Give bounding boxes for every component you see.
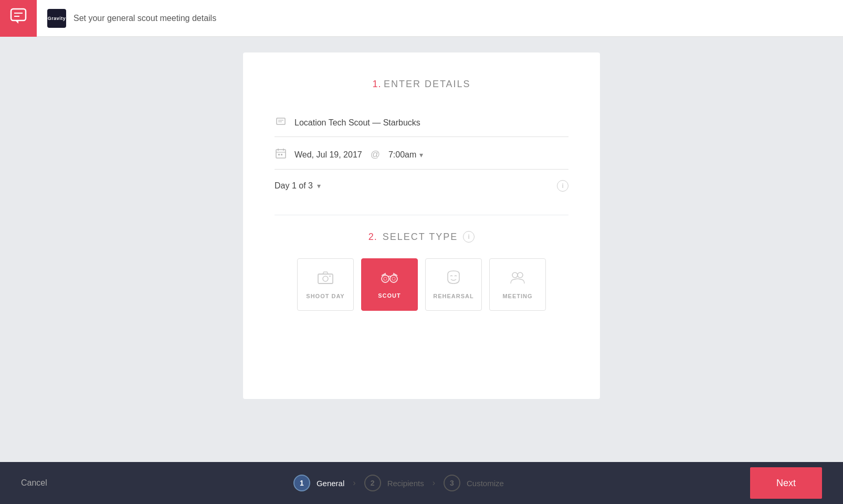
svg-point-20	[512, 272, 518, 278]
section1-number: 1.	[372, 79, 381, 89]
day-info-icon[interactable]: i	[557, 180, 568, 192]
mask-icon	[446, 270, 461, 288]
header-title: Set your general scout meeting details	[73, 14, 216, 23]
cancel-button[interactable]: Cancel	[21, 478, 47, 488]
shoot-day-label: SHOOT DAY	[306, 293, 344, 299]
camera-icon	[317, 270, 334, 288]
text-icon	[275, 116, 287, 129]
type-card-rehearsal[interactable]: REHEARSAL	[425, 258, 482, 311]
svg-rect-11	[278, 154, 280, 155]
arrow-1-icon: ›	[353, 478, 355, 488]
type-card-scout[interactable]: SCOUT	[361, 258, 418, 311]
header: Gravity Set your general scout meeting d…	[0, 0, 843, 37]
step-1-number: 1	[300, 479, 304, 487]
section2-header: 2. SELECT TYPE i	[275, 231, 568, 243]
step-1-label: General	[317, 479, 344, 488]
day-row[interactable]: Day 1 of 3 ▾ i	[275, 173, 568, 199]
arrow-2-icon: ›	[433, 478, 435, 488]
meeting-icon	[510, 270, 525, 288]
meeting-name-value: Location Tech Scout — Starbucks	[294, 118, 568, 128]
step-2-label: Recipients	[387, 479, 424, 488]
chat-icon	[10, 8, 27, 28]
footer: Cancel 1 General › 2 Recipients › 3 Cust…	[0, 462, 843, 504]
type-info-icon[interactable]: i	[463, 231, 475, 243]
date-time-row: Wed, Jul 19, 2017 @ 7:00am ▾	[294, 149, 423, 160]
main-content: 1. ENTER DETAILS Location Tech Scout — S…	[0, 37, 843, 462]
rehearsal-label: REHEARSAL	[433, 293, 473, 299]
date-value: Wed, Jul 19, 2017	[294, 150, 362, 160]
day-value: Day 1 of 3	[275, 181, 313, 191]
svg-point-21	[518, 272, 523, 278]
type-card-shoot-day[interactable]: SHOOT DAY	[297, 258, 354, 311]
svg-point-19	[392, 277, 395, 280]
svg-rect-15	[329, 276, 331, 277]
time-value: 7:00am	[388, 150, 416, 160]
section1-title: ENTER DETAILS	[384, 79, 471, 89]
calendar-icon	[275, 148, 287, 162]
time-chevron-icon: ▾	[419, 151, 423, 159]
next-button[interactable]: Next	[750, 467, 822, 499]
brand-label: Gravity	[48, 16, 66, 21]
section2-number: 2.	[368, 232, 377, 243]
svg-rect-0	[11, 9, 26, 20]
svg-point-18	[384, 277, 387, 280]
svg-point-17	[390, 275, 397, 282]
step-2-circle: 2	[364, 475, 381, 491]
section1-header: 1. ENTER DETAILS	[275, 79, 568, 90]
section2: 2. SELECT TYPE i	[275, 231, 568, 311]
section-divider	[275, 215, 568, 215]
step-2: 2 Recipients	[364, 475, 424, 491]
svg-rect-4	[277, 118, 285, 124]
date-time-field[interactable]: Wed, Jul 19, 2017 @ 7:00am ▾	[275, 140, 568, 170]
brand-logo: Gravity	[47, 9, 66, 28]
svg-rect-7	[276, 150, 286, 158]
app-logo-box	[0, 0, 37, 37]
svg-rect-13	[318, 274, 333, 284]
scout-label: SCOUT	[378, 292, 401, 299]
step-1-circle: 1	[293, 475, 310, 491]
svg-point-16	[382, 275, 389, 282]
type-cards-container: SHOOT DAY	[275, 258, 568, 311]
meeting-label: MEETING	[502, 293, 532, 299]
day-selector[interactable]: Day 1 of 3 ▾	[275, 181, 552, 191]
step-2-number: 2	[371, 479, 375, 487]
step-1: 1 General	[293, 475, 344, 491]
steps-indicator: 1 General › 2 Recipients › 3 Customize	[47, 475, 750, 491]
type-card-meeting[interactable]: MEETING	[489, 258, 546, 311]
step-3-number: 3	[450, 479, 454, 487]
day-chevron-icon: ▾	[317, 182, 321, 190]
step-3-circle: 3	[444, 475, 460, 491]
svg-rect-12	[281, 154, 282, 155]
section2-title: SELECT TYPE	[383, 232, 458, 243]
at-symbol: @	[371, 149, 380, 160]
step-3: 3 Customize	[444, 475, 504, 491]
meeting-name-field[interactable]: Location Tech Scout — Starbucks	[275, 109, 568, 137]
svg-point-14	[323, 276, 328, 281]
form-card: 1. ENTER DETAILS Location Tech Scout — S…	[243, 52, 600, 399]
step-3-label: Customize	[467, 479, 504, 488]
binoculars-icon	[381, 270, 398, 287]
time-selector[interactable]: 7:00am ▾	[388, 150, 423, 160]
